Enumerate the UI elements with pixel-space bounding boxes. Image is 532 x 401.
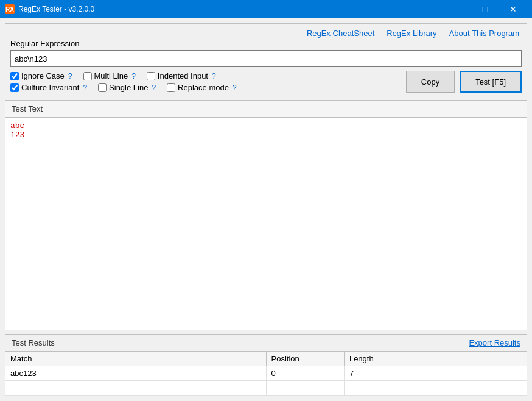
ignore-case-help[interactable]: ? [67,72,74,80]
title-bar-left: RX RegEx Tester - v3.2.0.0 [5,4,94,14]
indented-input-help[interactable]: ? [211,72,217,80]
test-results-section: Test Results Export Results Match Positi… [5,334,527,396]
results-table: Match Position Length abc123 0 7 [5,352,527,396]
test-text-header: Test Text [5,101,527,118]
single-line-checkbox[interactable] [98,83,107,92]
culture-invariant-checkbox[interactable] [10,83,19,92]
options-row-1: Ignore Case ? Multi Line ? Indented Inpu… [10,71,238,80]
action-buttons: Copy Test [F5] [406,71,522,93]
replace-mode-checkbox[interactable] [167,83,175,92]
col-header-match: Match [5,352,266,366]
replace-mode-option[interactable]: Replace mode ? [167,83,238,92]
cell-position: 0 [266,366,344,381]
title-bar: RX RegEx Tester - v3.2.0.0 — □ ✕ [0,0,532,18]
cell-empty-length [344,381,422,396]
main-content: RegEx CheatSheet RegEx Library About Thi… [0,18,532,401]
test-button[interactable]: Test [F5] [460,71,522,93]
cheatsheet-link[interactable]: RegEx CheatSheet [307,29,374,38]
cell-empty-position [266,381,344,396]
test-text-panel: Test Text abc 123 [5,100,527,330]
library-link[interactable]: RegEx Library [387,29,436,38]
results-header: Test Results Export Results [5,335,527,352]
col-header-extra [422,352,527,366]
ignore-case-checkbox[interactable] [10,72,19,80]
single-line-option[interactable]: Single Line ? [98,83,157,92]
culture-invariant-label: Culture Invariant [21,83,79,92]
ignore-case-option[interactable]: Ignore Case ? [10,71,74,80]
multi-line-option[interactable]: Multi Line ? [83,71,137,80]
maximize-button[interactable]: □ [471,0,499,18]
single-line-help[interactable]: ? [150,83,157,92]
window-title: RegEx Tester - v3.2.0.0 [18,5,94,13]
multi-line-label: Multi Line [94,71,128,80]
results-title: Test Results [12,338,55,347]
cell-length: 7 [344,366,422,381]
indented-input-option[interactable]: Indented Input ? [147,71,217,80]
regex-section: Regular Expression [10,39,522,67]
about-link[interactable]: About This Program [449,29,519,38]
col-header-position: Position [266,352,344,366]
col-header-length: Length [344,352,422,366]
cell-match: abc123 [5,366,266,381]
top-section: RegEx CheatSheet RegEx Library About Thi… [5,23,527,96]
minimize-button[interactable]: — [443,0,471,18]
multi-line-help[interactable]: ? [130,72,137,80]
indented-input-label: Indented Input [158,71,208,80]
cell-empty-match [5,381,266,396]
app-icon: RX [5,4,15,14]
table-row: abc123 0 7 [5,366,527,381]
menu-bar: RegEx CheatSheet RegEx Library About Thi… [10,27,522,39]
regex-label: Regular Expression [10,39,522,48]
results-table-header-row: Match Position Length [5,352,527,366]
test-text-input[interactable]: abc 123 [5,118,527,330]
cell-extra [422,366,527,381]
regex-input[interactable] [10,50,522,67]
table-row-empty [5,381,527,396]
title-bar-controls: — □ ✕ [443,0,527,18]
culture-invariant-help[interactable]: ? [82,83,88,92]
close-button[interactable]: ✕ [499,0,527,18]
single-line-label: Single Line [109,83,148,92]
copy-button[interactable]: Copy [406,71,455,93]
cell-empty-extra [422,381,527,396]
culture-invariant-option[interactable]: Culture Invariant ? [10,83,88,92]
replace-mode-label: Replace mode [178,83,229,92]
options-area: Ignore Case ? Multi Line ? Indented Inpu… [10,71,238,92]
replace-mode-help[interactable]: ? [231,83,238,92]
export-results-link[interactable]: Export Results [469,338,520,347]
ignore-case-label: Ignore Case [21,71,65,80]
multi-line-checkbox[interactable] [83,72,92,80]
indented-input-checkbox[interactable] [147,72,155,80]
options-row-2: Culture Invariant ? Single Line ? Replac… [10,83,238,92]
